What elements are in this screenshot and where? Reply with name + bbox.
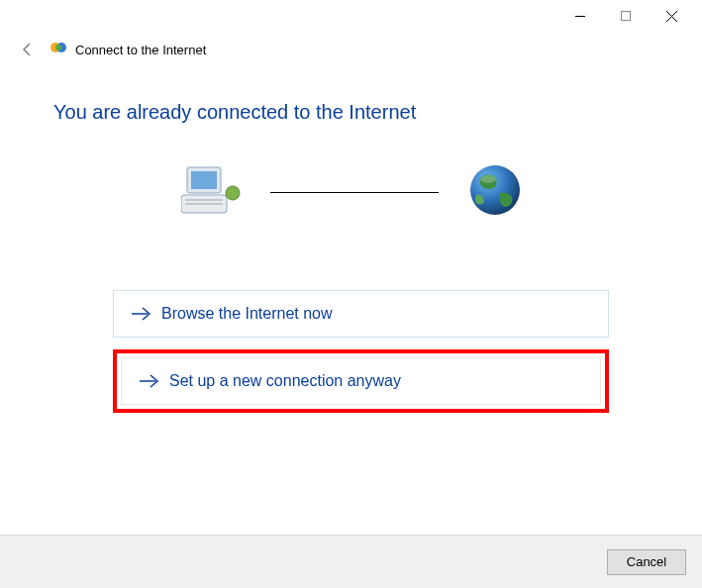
- svg-rect-11: [185, 203, 223, 205]
- svg-rect-0: [575, 16, 585, 17]
- connection-line: [270, 192, 439, 193]
- titlebar: [0, 0, 702, 32]
- new-connection-option[interactable]: Set up a new connection anyway: [121, 357, 601, 405]
- arrow-right-icon: [132, 307, 151, 321]
- globe-icon: [468, 163, 522, 221]
- window-title: Connect to the Internet: [75, 43, 206, 57]
- svg-rect-8: [191, 171, 217, 189]
- svg-point-13: [470, 165, 520, 215]
- button-label: Cancel: [627, 554, 666, 569]
- title-wrap: Connect to the Internet: [50, 39, 206, 60]
- options-list: Browse the Internet now Set up a new con…: [113, 290, 609, 413]
- computer-icon: [181, 163, 241, 221]
- page-heading: You are already connected to the Interne…: [53, 101, 649, 124]
- option-label: Set up a new connection anyway: [169, 372, 401, 390]
- back-button[interactable]: [16, 38, 40, 61]
- arrow-right-icon: [140, 374, 159, 388]
- svg-point-6: [55, 45, 61, 50]
- svg-point-12: [226, 186, 240, 200]
- annotation-highlight: Set up a new connection anyway: [113, 349, 609, 413]
- maximize-button[interactable]: [603, 0, 649, 32]
- network-icon: [50, 39, 67, 60]
- cancel-button[interactable]: Cancel: [607, 549, 686, 575]
- browse-internet-option[interactable]: Browse the Internet now: [113, 290, 609, 338]
- svg-rect-1: [622, 12, 631, 21]
- option-label: Browse the Internet now: [161, 305, 333, 323]
- close-button[interactable]: [649, 0, 694, 32]
- svg-rect-10: [185, 199, 223, 201]
- footer: Cancel: [0, 535, 702, 588]
- svg-point-14: [480, 175, 496, 183]
- minimize-button[interactable]: [557, 0, 603, 32]
- wizard-header: Connect to the Internet: [0, 32, 702, 67]
- content-area: You are already connected to the Interne…: [0, 67, 702, 413]
- connection-illustration: [53, 163, 649, 221]
